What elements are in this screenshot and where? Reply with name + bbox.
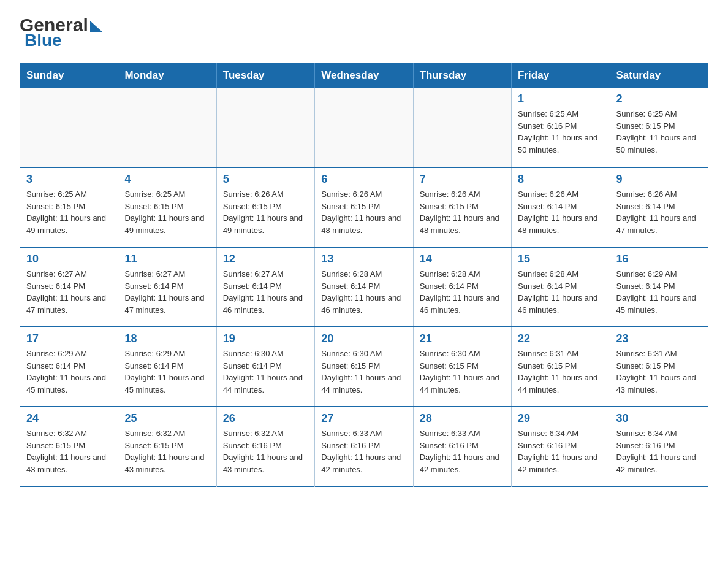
- day-number: 13: [321, 253, 406, 266]
- calendar-cell: 23Sunrise: 6:31 AM Sunset: 6:15 PM Dayli…: [610, 327, 708, 407]
- day-info: Sunrise: 6:28 AM Sunset: 6:14 PM Dayligh…: [420, 268, 505, 316]
- day-number: 29: [518, 412, 603, 425]
- calendar-cell: 17Sunrise: 6:29 AM Sunset: 6:14 PM Dayli…: [20, 327, 118, 407]
- day-info: Sunrise: 6:34 AM Sunset: 6:16 PM Dayligh…: [616, 427, 702, 475]
- day-info: Sunrise: 6:32 AM Sunset: 6:15 PM Dayligh…: [26, 427, 112, 475]
- day-info: Sunrise: 6:28 AM Sunset: 6:14 PM Dayligh…: [518, 268, 603, 316]
- day-number: 7: [420, 173, 505, 186]
- calendar-cell: [413, 88, 511, 167]
- day-number: 15: [518, 253, 603, 266]
- day-number: 19: [223, 332, 308, 345]
- day-info: Sunrise: 6:33 AM Sunset: 6:16 PM Dayligh…: [420, 427, 505, 475]
- weekday-header-monday: Monday: [118, 63, 216, 88]
- calendar-cell: 10Sunrise: 6:27 AM Sunset: 6:14 PM Dayli…: [20, 247, 118, 327]
- day-number: 12: [223, 253, 308, 266]
- day-number: 28: [420, 412, 505, 425]
- day-number: 3: [26, 173, 112, 186]
- calendar-cell: 22Sunrise: 6:31 AM Sunset: 6:15 PM Dayli…: [512, 327, 610, 407]
- calendar-cell: 4Sunrise: 6:25 AM Sunset: 6:15 PM Daylig…: [118, 167, 216, 247]
- day-number: 30: [616, 412, 702, 425]
- day-info: Sunrise: 6:34 AM Sunset: 6:16 PM Dayligh…: [518, 427, 603, 475]
- day-number: 20: [321, 332, 406, 345]
- day-number: 1: [518, 93, 603, 105]
- calendar-cell: 21Sunrise: 6:30 AM Sunset: 6:15 PM Dayli…: [413, 327, 511, 407]
- day-info: Sunrise: 6:28 AM Sunset: 6:14 PM Dayligh…: [321, 268, 406, 316]
- day-number: 16: [616, 253, 702, 266]
- calendar-cell: [315, 88, 413, 167]
- calendar-cell: 3Sunrise: 6:25 AM Sunset: 6:15 PM Daylig…: [20, 167, 118, 247]
- day-number: 26: [223, 412, 308, 425]
- day-info: Sunrise: 6:26 AM Sunset: 6:15 PM Dayligh…: [223, 188, 308, 236]
- calendar-cell: 7Sunrise: 6:26 AM Sunset: 6:15 PM Daylig…: [413, 167, 511, 247]
- day-info: Sunrise: 6:32 AM Sunset: 6:16 PM Dayligh…: [223, 427, 308, 475]
- weekday-header-wednesday: Wednesday: [315, 63, 413, 88]
- day-info: Sunrise: 6:30 AM Sunset: 6:15 PM Dayligh…: [420, 348, 505, 396]
- calendar-cell: 9Sunrise: 6:26 AM Sunset: 6:14 PM Daylig…: [610, 167, 708, 247]
- day-number: 11: [124, 253, 210, 266]
- day-number: 4: [124, 173, 210, 186]
- calendar-cell: [20, 88, 118, 167]
- day-number: 25: [124, 412, 210, 425]
- weekday-header-saturday: Saturday: [610, 63, 708, 88]
- calendar-cell: 5Sunrise: 6:26 AM Sunset: 6:15 PM Daylig…: [216, 167, 314, 247]
- day-info: Sunrise: 6:29 AM Sunset: 6:14 PM Dayligh…: [616, 268, 702, 316]
- calendar-cell: 29Sunrise: 6:34 AM Sunset: 6:16 PM Dayli…: [512, 407, 610, 486]
- calendar-cell: 6Sunrise: 6:26 AM Sunset: 6:15 PM Daylig…: [315, 167, 413, 247]
- weekday-header-row: SundayMondayTuesdayWednesdayThursdayFrid…: [20, 63, 708, 88]
- day-number: 10: [26, 253, 112, 266]
- weekday-header-tuesday: Tuesday: [216, 63, 314, 88]
- day-number: 22: [518, 332, 603, 345]
- calendar-cell: 27Sunrise: 6:33 AM Sunset: 6:16 PM Dayli…: [315, 407, 413, 486]
- weekday-header-thursday: Thursday: [413, 63, 511, 88]
- week-row-4: 17Sunrise: 6:29 AM Sunset: 6:14 PM Dayli…: [20, 327, 708, 407]
- day-info: Sunrise: 6:26 AM Sunset: 6:15 PM Dayligh…: [420, 188, 505, 236]
- calendar-cell: 12Sunrise: 6:27 AM Sunset: 6:14 PM Dayli…: [216, 247, 314, 327]
- calendar-cell: 19Sunrise: 6:30 AM Sunset: 6:14 PM Dayli…: [216, 327, 314, 407]
- day-number: 9: [616, 173, 702, 186]
- week-row-5: 24Sunrise: 6:32 AM Sunset: 6:15 PM Dayli…: [20, 407, 708, 486]
- day-number: 18: [124, 332, 210, 345]
- calendar-cell: 11Sunrise: 6:27 AM Sunset: 6:14 PM Dayli…: [118, 247, 216, 327]
- day-info: Sunrise: 6:27 AM Sunset: 6:14 PM Dayligh…: [124, 268, 210, 316]
- day-number: 24: [26, 412, 112, 425]
- day-info: Sunrise: 6:30 AM Sunset: 6:14 PM Dayligh…: [223, 348, 308, 396]
- calendar-cell: 14Sunrise: 6:28 AM Sunset: 6:14 PM Dayli…: [413, 247, 511, 327]
- calendar-cell: 16Sunrise: 6:29 AM Sunset: 6:14 PM Dayli…: [610, 247, 708, 327]
- day-info: Sunrise: 6:25 AM Sunset: 6:15 PM Dayligh…: [124, 188, 210, 236]
- logo: General Blue: [20, 15, 102, 50]
- weekday-header-sunday: Sunday: [20, 63, 118, 88]
- day-info: Sunrise: 6:25 AM Sunset: 6:15 PM Dayligh…: [26, 188, 112, 236]
- day-info: Sunrise: 6:26 AM Sunset: 6:15 PM Dayligh…: [321, 188, 406, 236]
- day-info: Sunrise: 6:30 AM Sunset: 6:15 PM Dayligh…: [321, 348, 406, 396]
- calendar-cell: [118, 88, 216, 167]
- logo-blue-text: Blue: [25, 31, 62, 50]
- day-number: 17: [26, 332, 112, 345]
- day-info: Sunrise: 6:31 AM Sunset: 6:15 PM Dayligh…: [518, 348, 603, 396]
- day-number: 5: [223, 173, 308, 186]
- day-info: Sunrise: 6:29 AM Sunset: 6:14 PM Dayligh…: [124, 348, 210, 396]
- day-number: 2: [616, 93, 702, 105]
- day-number: 8: [518, 173, 603, 186]
- day-info: Sunrise: 6:27 AM Sunset: 6:14 PM Dayligh…: [26, 268, 112, 316]
- day-number: 14: [420, 253, 505, 266]
- calendar-cell: 13Sunrise: 6:28 AM Sunset: 6:14 PM Dayli…: [315, 247, 413, 327]
- day-info: Sunrise: 6:26 AM Sunset: 6:14 PM Dayligh…: [518, 188, 603, 236]
- day-info: Sunrise: 6:25 AM Sunset: 6:15 PM Dayligh…: [616, 108, 702, 156]
- calendar-cell: 15Sunrise: 6:28 AM Sunset: 6:14 PM Dayli…: [512, 247, 610, 327]
- day-info: Sunrise: 6:25 AM Sunset: 6:16 PM Dayligh…: [518, 108, 603, 156]
- calendar-cell: 18Sunrise: 6:29 AM Sunset: 6:14 PM Dayli…: [118, 327, 216, 407]
- day-number: 21: [420, 332, 505, 345]
- calendar-cell: [216, 88, 314, 167]
- week-row-3: 10Sunrise: 6:27 AM Sunset: 6:14 PM Dayli…: [20, 247, 708, 327]
- week-row-1: 1Sunrise: 6:25 AM Sunset: 6:16 PM Daylig…: [20, 88, 708, 167]
- calendar-table: SundayMondayTuesdayWednesdayThursdayFrid…: [20, 63, 708, 487]
- day-info: Sunrise: 6:33 AM Sunset: 6:16 PM Dayligh…: [321, 427, 406, 475]
- calendar-cell: 28Sunrise: 6:33 AM Sunset: 6:16 PM Dayli…: [413, 407, 511, 486]
- page-header: General Blue: [20, 15, 708, 50]
- day-info: Sunrise: 6:26 AM Sunset: 6:14 PM Dayligh…: [616, 188, 702, 236]
- calendar-cell: 25Sunrise: 6:32 AM Sunset: 6:15 PM Dayli…: [118, 407, 216, 486]
- day-number: 6: [321, 173, 406, 186]
- calendar-cell: 2Sunrise: 6:25 AM Sunset: 6:15 PM Daylig…: [610, 88, 708, 167]
- day-info: Sunrise: 6:29 AM Sunset: 6:14 PM Dayligh…: [26, 348, 112, 396]
- day-info: Sunrise: 6:27 AM Sunset: 6:14 PM Dayligh…: [223, 268, 308, 316]
